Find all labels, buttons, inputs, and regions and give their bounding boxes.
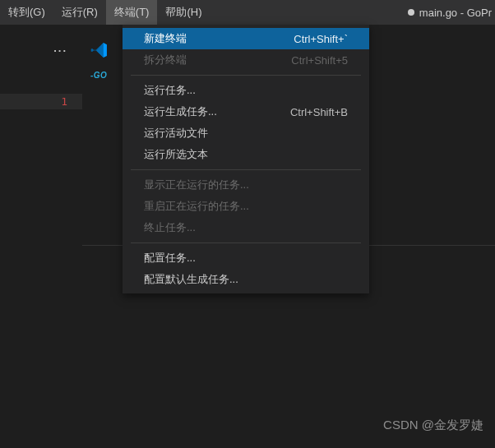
menu-item-label: 运行任务... xyxy=(144,83,348,98)
menu-item[interactable]: 新建终端Ctrl+Shift+` xyxy=(123,28,369,49)
unsaved-dot-icon xyxy=(408,9,414,16)
more-icon[interactable]: ··· xyxy=(53,44,67,57)
line-highlight xyxy=(0,94,82,109)
menu-item-label: 重启正在运行的任务... xyxy=(144,199,348,214)
menu-separator xyxy=(131,75,361,76)
line-number: 1 xyxy=(61,95,67,108)
menu-item[interactable]: 运行所选文本 xyxy=(123,144,369,165)
title-text: main.go - GoPr xyxy=(419,7,492,19)
menu-item-shortcut: Ctrl+Shift+B xyxy=(290,106,348,118)
menu-help[interactable]: 帮助(H) xyxy=(157,0,210,25)
watermark: CSDN @金发罗婕 xyxy=(383,418,483,433)
menubar: 转到(G) 运行(R) 终端(T) 帮助(H) main.go - GoPr xyxy=(0,0,495,25)
window-title: main.go - GoPr xyxy=(210,0,495,25)
menu-terminal[interactable]: 终端(T) xyxy=(106,0,158,25)
menu-item[interactable]: 运行生成任务...Ctrl+Shift+B xyxy=(123,101,369,122)
menu-item-label: 配置任务... xyxy=(144,251,348,266)
terminal-menu-dropdown: 新建终端Ctrl+Shift+`拆分终端Ctrl+Shift+5运行任务...运… xyxy=(123,25,369,293)
menu-goto[interactable]: 转到(G) xyxy=(0,0,53,25)
menu-item: 重启正在运行的任务... xyxy=(123,196,369,217)
menu-separator xyxy=(131,242,361,243)
menu-separator xyxy=(131,169,361,170)
menu-item-shortcut: Ctrl+Shift+` xyxy=(294,33,348,45)
menu-item-shortcut: Ctrl+Shift+5 xyxy=(291,54,348,67)
menu-item: 拆分终端Ctrl+Shift+5 xyxy=(123,49,369,71)
menu-item-label: 新建终端 xyxy=(144,31,294,46)
menu-item-label: 显示正在运行的任务... xyxy=(144,178,348,192)
menu-item[interactable]: 运行活动文件 xyxy=(123,122,369,144)
menu-item-label: 配置默认生成任务... xyxy=(144,272,348,287)
gutter: ··· 1 xyxy=(0,25,82,448)
go-file-icon: -GO xyxy=(90,71,107,80)
menu-item[interactable]: 运行任务... xyxy=(123,80,369,101)
menu-run[interactable]: 运行(R) xyxy=(53,0,106,25)
menu-item-label: 运行生成任务... xyxy=(144,104,290,119)
menu-item-label: 运行所选文本 xyxy=(144,147,348,162)
menu-item: 显示正在运行的任务... xyxy=(123,174,369,196)
menu-item[interactable]: 配置任务... xyxy=(123,247,369,269)
menu-item: 终止任务... xyxy=(123,217,369,238)
vscode-icon xyxy=(90,41,109,59)
menu-item-label: 终止任务... xyxy=(144,220,348,235)
menu-item-label: 运行活动文件 xyxy=(144,126,348,141)
menu-item-label: 拆分终端 xyxy=(144,53,291,67)
menu-item[interactable]: 配置默认生成任务... xyxy=(123,269,369,290)
